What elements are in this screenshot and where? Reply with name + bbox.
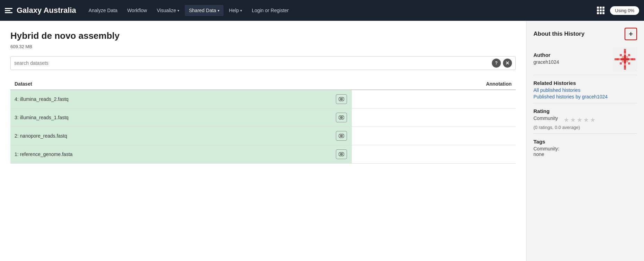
clear-search-icon[interactable]: ✕ (503, 59, 512, 68)
chevron-down-icon: ▾ (177, 9, 179, 12)
brand-title: Galaxy Australia (17, 6, 76, 15)
link-author-histories[interactable]: Published histories by graceh1024 (533, 94, 637, 99)
dataset-eye-cell (331, 90, 352, 108)
svg-rect-22 (624, 63, 626, 66)
author-name: graceh1024 (533, 59, 559, 65)
svg-rect-29 (620, 54, 622, 56)
nav-links: Analyze Data Workflow Visualize ▾ Shared… (85, 5, 595, 16)
tags-community-label: Community: (533, 146, 637, 151)
nav-shared-data-label: Shared Data (189, 8, 216, 13)
svg-rect-20 (631, 58, 633, 60)
tags-value: none (533, 151, 637, 157)
dataset-name: 4: illumina_reads_2.fastq (10, 90, 331, 108)
star-5[interactable]: ★ (590, 116, 595, 124)
nav-help-label: Help (229, 8, 239, 13)
search-input[interactable] (14, 60, 492, 66)
dataset-eye-cell (331, 127, 352, 145)
star-4[interactable]: ★ (583, 116, 589, 124)
svg-point-2 (341, 99, 342, 100)
svg-rect-36 (626, 60, 628, 62)
star-2[interactable]: ★ (570, 116, 576, 124)
main-layout: Hybrid de novo assembly 609.32 MB ? ✕ Da… (0, 21, 644, 261)
chevron-down-icon: ▾ (240, 9, 242, 12)
nav-login[interactable]: Login or Register (247, 5, 293, 16)
divider-3 (533, 133, 637, 134)
eye-button[interactable] (336, 94, 347, 104)
eye-button[interactable] (336, 113, 347, 122)
add-history-button[interactable]: + (625, 28, 637, 40)
table-row: 2: nanopore_reads.fastq (10, 127, 516, 145)
tags-label: Tags (533, 139, 637, 145)
star-3[interactable]: ★ (577, 116, 582, 124)
divider-1 (533, 75, 637, 75)
svg-point-5 (341, 117, 342, 118)
svg-rect-28 (626, 58, 629, 60)
dataset-annotation (352, 90, 516, 108)
rating-label: Rating (533, 108, 637, 114)
svg-rect-15 (615, 58, 617, 60)
help-icon[interactable]: ? (492, 59, 501, 68)
dataset-table: Dataset Annotation 4: illumina_reads_2.f… (10, 78, 516, 164)
community-label: Community (533, 115, 558, 121)
sidebar-header: About this History + (533, 28, 637, 40)
search-bar: ? ✕ (10, 56, 516, 70)
svg-rect-23 (619, 58, 621, 60)
search-icons: ? ✕ (492, 59, 512, 68)
svg-rect-17 (624, 51, 626, 53)
link-all-histories[interactable]: All published histories (533, 87, 637, 93)
svg-rect-32 (628, 62, 630, 64)
right-sidebar: About this History + Author graceh1024 (526, 21, 644, 261)
svg-rect-13 (624, 49, 626, 51)
svg-point-11 (341, 154, 342, 155)
svg-rect-27 (621, 58, 624, 60)
table-row: 1: reference_genome.fasta (10, 145, 516, 164)
svg-rect-14 (624, 68, 626, 70)
col-annotation: Annotation (352, 78, 516, 90)
svg-rect-19 (617, 58, 619, 60)
star-1[interactable]: ★ (564, 116, 569, 124)
svg-rect-25 (624, 55, 626, 59)
dataset-eye-cell (331, 108, 352, 127)
col-eye-header (331, 78, 352, 90)
nav-visualize-label: Visualize (157, 8, 176, 13)
dataset-name: 3: illumina_reads_1.fastq (10, 108, 331, 127)
dataset-name: 1: reference_genome.fasta (10, 145, 331, 164)
author-section: Author graceh1024 (533, 47, 637, 71)
svg-rect-16 (633, 58, 635, 60)
svg-rect-24 (629, 58, 631, 60)
history-size: 609.32 MB (10, 44, 516, 49)
nav-analyze-data[interactable]: Analyze Data (85, 5, 122, 16)
dataset-annotation (352, 145, 516, 164)
svg-rect-18 (624, 66, 626, 68)
avatar (613, 47, 637, 71)
grid-apps-icon[interactable] (595, 5, 607, 16)
usage-button[interactable]: Using 0% (610, 6, 639, 15)
star-rating[interactable]: ★ ★ ★ ★ ★ (564, 116, 595, 124)
table-header: Dataset Annotation (10, 78, 516, 90)
related-histories-label: Related Histories (533, 80, 637, 86)
nav-workflow[interactable]: Workflow (123, 5, 151, 16)
nav-shared-data[interactable]: Shared Data ▾ (185, 5, 224, 16)
nav-help[interactable]: Help ▾ (225, 5, 246, 16)
dataset-annotation (352, 127, 516, 145)
dataset-eye-cell (331, 145, 352, 164)
svg-rect-34 (626, 56, 628, 58)
table-row: 4: illumina_reads_2.fastq (10, 90, 516, 108)
svg-rect-26 (624, 59, 626, 63)
divider-2 (533, 103, 637, 103)
nav-right: Using 0% (595, 5, 639, 16)
author-info: Author graceh1024 (533, 47, 559, 68)
navbar: Galaxy Australia Analyze Data Workflow V… (0, 0, 644, 21)
svg-rect-21 (624, 53, 626, 55)
col-dataset: Dataset (10, 78, 331, 90)
left-content: Hybrid de novo assembly 609.32 MB ? ✕ Da… (0, 21, 526, 261)
svg-rect-35 (622, 60, 624, 62)
menu-icon[interactable] (5, 8, 12, 13)
chevron-down-icon: ▾ (218, 9, 219, 12)
eye-button[interactable] (336, 149, 347, 159)
brand: Galaxy Australia (5, 6, 76, 15)
eye-button[interactable] (336, 131, 347, 141)
table-row: 3: illumina_reads_1.fastq (10, 108, 516, 127)
svg-rect-30 (628, 54, 630, 56)
nav-visualize[interactable]: Visualize ▾ (153, 5, 183, 16)
